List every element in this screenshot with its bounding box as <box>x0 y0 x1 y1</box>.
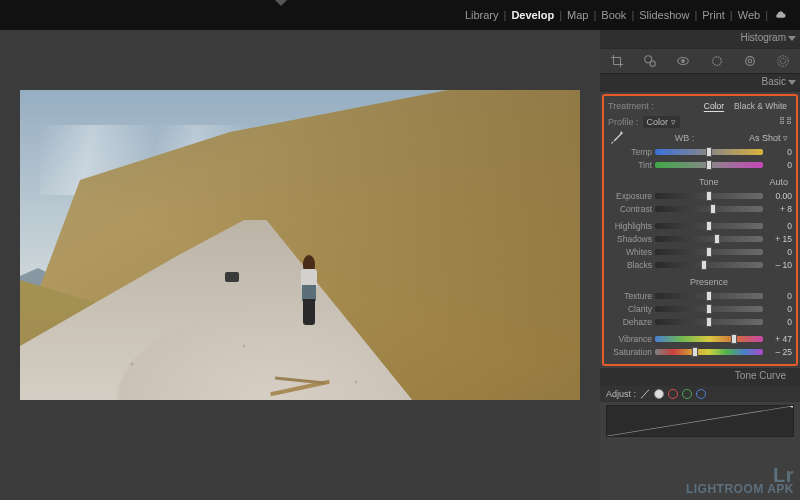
tone-label: Tone <box>652 177 765 187</box>
module-web[interactable]: Web <box>733 9 765 21</box>
slider-shadows-handle[interactable] <box>714 234 720 244</box>
curve-channel-green[interactable] <box>682 389 692 399</box>
slider-blacks-value[interactable]: – 10 <box>766 260 792 270</box>
slider-temp-handle[interactable] <box>706 147 712 157</box>
cloud-sync-icon[interactable] <box>768 10 792 20</box>
svg-point-5 <box>748 59 752 63</box>
slider-shadows-value[interactable]: + 15 <box>766 234 792 244</box>
slider-tint-track[interactable] <box>655 162 763 168</box>
tonecurve-label: Tone Curve <box>735 370 786 381</box>
slider-contrast-track[interactable] <box>655 206 763 212</box>
slider-blacks: Blacks – 10 <box>608 258 792 271</box>
module-slideshow[interactable]: Slideshow <box>634 9 694 21</box>
slider-highlights-value[interactable]: 0 <box>766 221 792 231</box>
slider-highlights-track[interactable] <box>655 223 763 229</box>
tone-curve-graph[interactable] <box>606 405 794 437</box>
masking-tool-icon[interactable] <box>710 54 724 68</box>
wb-eyedropper-icon[interactable] <box>608 130 624 146</box>
module-map[interactable]: Map <box>562 9 593 21</box>
slider-saturation-handle[interactable] <box>692 347 698 357</box>
slider-saturation-track[interactable] <box>655 349 763 355</box>
svg-point-4 <box>712 57 721 66</box>
slider-texture-value[interactable]: 0 <box>766 291 792 301</box>
slider-temp: Temp 0 <box>608 145 792 158</box>
slider-dehaze: Dehaze 0 <box>608 315 792 328</box>
slider-clarity-track[interactable] <box>655 306 763 312</box>
module-print[interactable]: Print <box>697 9 730 21</box>
slider-saturation-value[interactable]: – 25 <box>766 347 792 357</box>
slider-whites: Whites 0 <box>608 245 792 258</box>
slider-highlights: Highlights 0 <box>608 219 792 232</box>
redeye-tool-icon[interactable] <box>676 54 690 68</box>
slider-texture: Texture 0 <box>608 289 792 302</box>
slider-texture-track[interactable] <box>655 293 763 299</box>
histogram-panel-header[interactable]: Histogram <box>600 30 800 48</box>
slider-exposure-value[interactable]: 0.00 <box>766 191 792 201</box>
slider-highlights-handle[interactable] <box>706 221 712 231</box>
module-develop[interactable]: Develop <box>506 9 559 21</box>
slider-shadows-track[interactable] <box>655 236 763 242</box>
svg-line-9 <box>607 406 793 436</box>
slider-vibrance-track[interactable] <box>655 336 763 342</box>
slider-blacks-handle[interactable] <box>701 260 707 270</box>
basic-panel-header[interactable]: Basic <box>600 74 800 92</box>
slider-clarity-handle[interactable] <box>706 304 712 314</box>
filmstrip-toggle-icon[interactable] <box>275 0 287 6</box>
profile-browser-icon[interactable] <box>780 117 792 127</box>
slider-tint-handle[interactable] <box>706 160 712 170</box>
slider-dehaze-value[interactable]: 0 <box>766 317 792 327</box>
slider-whites-handle[interactable] <box>706 247 712 257</box>
crop-tool-icon[interactable] <box>610 54 624 68</box>
slider-clarity-label: Clarity <box>608 304 652 314</box>
slider-texture-handle[interactable] <box>706 291 712 301</box>
slider-tint: Tint 0 <box>608 158 792 171</box>
gradient-tool-icon[interactable] <box>743 54 757 68</box>
slider-whites-value[interactable]: 0 <box>766 247 792 257</box>
basic-panel: Treatment : Color Black & White Profile … <box>602 94 798 366</box>
profile-dropdown[interactable]: Color ▿ <box>643 116 680 128</box>
slider-whites-label: Whites <box>608 247 652 257</box>
presence-label: Presence <box>652 277 766 287</box>
tonecurve-panel-header[interactable]: Tone Curve <box>600 368 800 386</box>
wb-dropdown[interactable]: As Shot ▿ <box>745 132 792 144</box>
treatment-bw[interactable]: Black & White <box>729 100 792 112</box>
slider-clarity-value[interactable]: 0 <box>766 304 792 314</box>
slider-tint-value[interactable]: 0 <box>766 160 792 170</box>
curve-channel-blue[interactable] <box>696 389 706 399</box>
treatment-color[interactable]: Color <box>699 100 729 112</box>
spot-tool-icon[interactable] <box>643 54 657 68</box>
chevron-down-icon <box>788 80 796 85</box>
slider-vibrance-value[interactable]: + 47 <box>766 334 792 344</box>
slider-blacks-track[interactable] <box>655 262 763 268</box>
slider-exposure-handle[interactable] <box>706 191 712 201</box>
adjust-label: Adjust : <box>606 389 636 399</box>
slider-whites-track[interactable] <box>655 249 763 255</box>
svg-point-7 <box>781 58 786 63</box>
slider-shadows: Shadows + 15 <box>608 232 792 245</box>
slider-exposure-track[interactable] <box>655 193 763 199</box>
module-library[interactable]: Library <box>460 9 504 21</box>
slider-exposure: Exposure 0.00 <box>608 189 792 202</box>
slider-saturation: Saturation – 25 <box>608 345 792 358</box>
point-curve-icon[interactable] <box>640 389 650 399</box>
slider-contrast: Contrast + 8 <box>608 202 792 215</box>
brush-tool-icon[interactable] <box>776 54 790 68</box>
treatment-label: Treatment : <box>608 101 654 111</box>
wb-label: WB : <box>624 133 745 143</box>
tone-auto-button[interactable]: Auto <box>765 176 792 188</box>
image-viewer[interactable] <box>0 30 600 500</box>
slider-temp-value[interactable]: 0 <box>766 147 792 157</box>
module-book[interactable]: Book <box>596 9 631 21</box>
slider-dehaze-handle[interactable] <box>706 317 712 327</box>
slider-contrast-value[interactable]: + 8 <box>766 204 792 214</box>
tonecurve-adjust-row: Adjust : <box>600 386 800 402</box>
slider-dehaze-track[interactable] <box>655 319 763 325</box>
slider-temp-track[interactable] <box>655 149 763 155</box>
curve-channel-luma[interactable] <box>654 389 664 399</box>
slider-contrast-handle[interactable] <box>710 204 716 214</box>
slider-vibrance-handle[interactable] <box>731 334 737 344</box>
curve-channel-red[interactable] <box>668 389 678 399</box>
histogram-label: Histogram <box>740 32 786 43</box>
svg-point-8 <box>778 56 789 67</box>
chevron-down-icon <box>788 36 796 41</box>
